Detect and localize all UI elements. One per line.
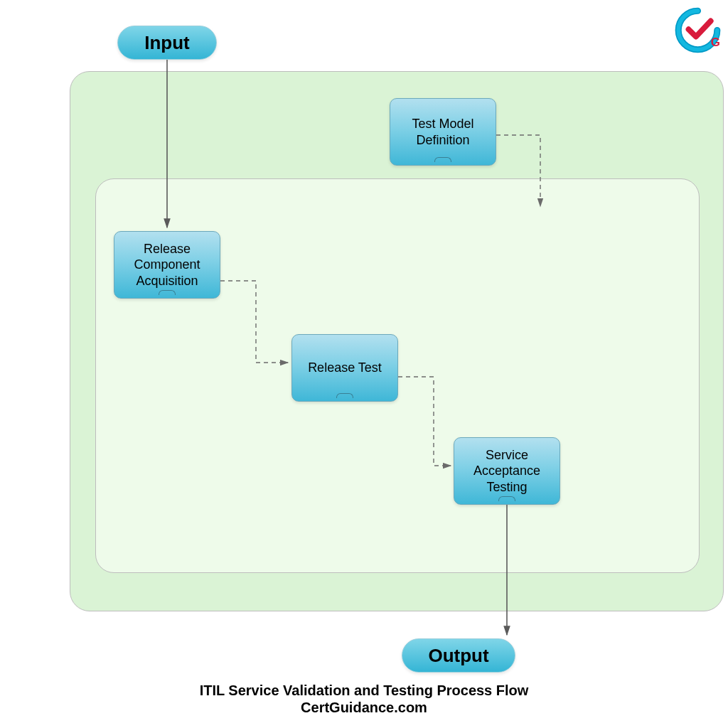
diagram-source: CertGuidance.com xyxy=(0,700,728,716)
input-terminator: Input xyxy=(117,26,217,60)
certguidance-logo: G xyxy=(675,7,721,53)
test-model-definition-box: Test Model Definition xyxy=(390,98,496,166)
output-terminator: Output xyxy=(402,638,515,673)
release-test-box: Release Test xyxy=(291,334,398,402)
release-component-acquisition-box: Release Component Acquisition xyxy=(114,231,220,299)
svg-text:G: G xyxy=(711,36,720,49)
diagram-title: ITIL Service Validation and Testing Proc… xyxy=(0,682,728,699)
service-acceptance-testing-box: Service Acceptance Testing xyxy=(454,437,560,505)
